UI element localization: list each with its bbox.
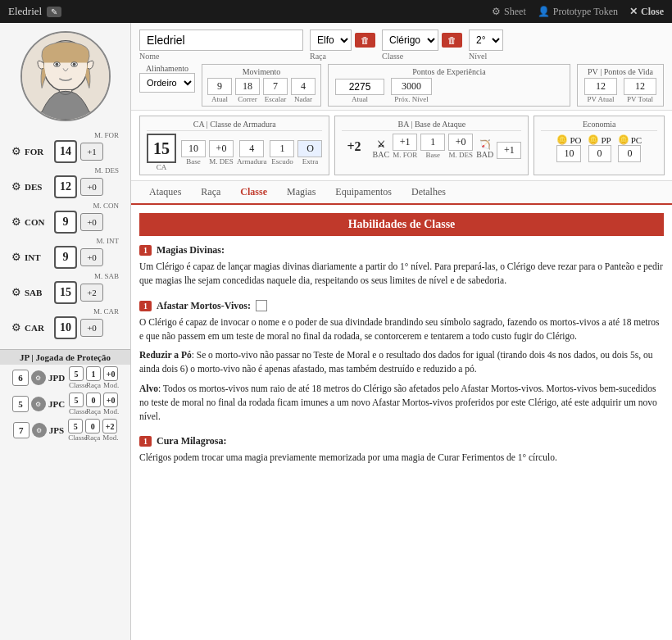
jpc-label: JPC	[48, 399, 65, 409]
tab-magias[interactable]: Magias	[277, 181, 325, 205]
afastar-checkbox[interactable]	[256, 300, 267, 311]
prototype-token-button[interactable]: 👤 Prototype Token	[538, 6, 618, 18]
jps-classe-label: Classe	[68, 433, 83, 442]
jpc-icon: ⚙	[31, 397, 46, 411]
int-label: INT	[25, 252, 51, 262]
mov-atual: 9 Atual	[207, 78, 232, 103]
ba-box: BA | Base de Ataque +2 ⚔ BAC +1 M. FOR	[334, 116, 529, 175]
tab-classe[interactable]: Classe	[230, 181, 277, 205]
ca-m-des: +0 M. DES	[209, 140, 234, 166]
afastar-alvo-text: Alvo: Todos os mortos-vivos num raio de …	[139, 382, 664, 424]
car-mod-label: M. CAR	[11, 307, 119, 315]
ability-afastar: 1 Afastar Mortos-Vivos: O Clérigo é capa…	[139, 300, 664, 424]
jpc-classe: 5	[69, 393, 84, 407]
tab-ataques[interactable]: Ataques	[139, 181, 191, 205]
jp-jpd-row: 6 ⚙ JPD 5 1 +0 Classe Raça Mod.	[7, 365, 123, 391]
magias-divinas-text: Um Clérigo é capaz de lançar magias divi…	[139, 260, 664, 288]
stat-int: ⚙ INT 9 +0	[11, 246, 119, 269]
jps-mod-label: Mod.	[102, 433, 117, 442]
tab-detalhes[interactable]: Detalhes	[402, 181, 456, 205]
stat-int-wrapper: M. INT ⚙ INT 9 +0	[7, 237, 124, 269]
jpc-raca-label: Raça	[86, 407, 101, 415]
bac-label: BAC	[373, 150, 390, 159]
car-mod: +0	[80, 319, 103, 337]
tab-equipamentos[interactable]: Equipamentos	[325, 181, 402, 205]
tab-raca[interactable]: Raça	[191, 181, 230, 205]
ca-base: 10 Base	[181, 140, 206, 166]
mov-correr: 18 Correr	[235, 78, 260, 103]
int-icon: ⚙	[11, 251, 21, 264]
name-input[interactable]	[139, 30, 303, 51]
xp-values: Atual 3000 Próx. Nível	[335, 78, 563, 103]
ca-components: 10 Base +0 M. DES 4 Armadura 1	[181, 140, 322, 166]
ba-m-for: +1 M. FOR	[393, 134, 417, 159]
attributes-block: M. FOR ⚙ FOR 14 +1 M. DES ⚙ DES 12 +0	[0, 129, 130, 344]
ability-magias-divinas: 1 Magias Divinas: Um Clérigo é capaz de …	[139, 244, 664, 288]
ba-bad: 🏹 BAD	[476, 139, 493, 159]
coin-po-icon: 🪙	[556, 134, 568, 145]
class-select[interactable]: Clérigo	[382, 30, 438, 51]
afastar-reducao-text: Reduzir a Pó: Se o morto-vivo não passar…	[139, 348, 664, 377]
topbar: Eledriel ✎ ⚙ Sheet 👤 Prototype Token ✕ C…	[0, 0, 672, 23]
con-label: CON	[25, 217, 51, 227]
stat-for: ⚙ FOR 14 +1	[11, 140, 119, 163]
info-boxes-row: CA | Classe de Armadura 15 CA 10 Base +0	[131, 111, 672, 181]
close-icon: ✕	[629, 6, 638, 18]
jps-label: JPS	[49, 425, 64, 435]
sidebar: M. FOR ⚙ FOR 14 +1 M. DES ⚙ DES 12 +0	[0, 23, 131, 640]
jpd-label: JPD	[48, 373, 65, 383]
char-top-row: Nome Elfo 🗑 Raça Clérig	[139, 30, 664, 61]
alvo-text: : Todos os mortos-vivos num raio de até …	[139, 384, 657, 422]
sab-value: 15	[54, 281, 77, 304]
alignment-select[interactable]: Ordeiro Neutro Caótico	[139, 73, 195, 93]
afastar-label: Afastar Mortos-Vivos:	[157, 300, 251, 312]
jpd-mod: +0	[103, 366, 118, 381]
eco-pp: 🪙 PP 0	[588, 134, 611, 162]
jpd-classe-label: Classe	[69, 381, 84, 389]
level-select[interactable]: 2°	[469, 30, 503, 51]
con-mod: +0	[80, 213, 103, 231]
jpc-mod-label: Mod.	[103, 407, 118, 415]
stat-des-wrapper: M. DES ⚙ DES 12 +0	[7, 166, 124, 198]
race-delete-button[interactable]: 🗑	[355, 33, 375, 48]
afastar-main-text: O Clérigo é capaz de invocar o nome e o …	[139, 315, 664, 344]
xp-atual-input[interactable]	[335, 79, 384, 95]
sheet-button[interactable]: ⚙ Sheet	[492, 6, 526, 18]
ca-extra: O Extra	[297, 140, 322, 166]
magias-divinas-label: Magias Divinas:	[157, 244, 225, 256]
race-select[interactable]: Elfo	[310, 30, 352, 51]
name-field: Nome	[139, 30, 303, 61]
class-delete-button[interactable]: 🗑	[442, 33, 462, 48]
economy-row: 🪙 PO 10 🪙 PP 0 🪙	[541, 134, 657, 162]
int-value: 9	[54, 246, 77, 269]
stat-sab: ⚙ SAB 15 +2	[11, 281, 119, 304]
jpd-icon: ⚙	[31, 370, 46, 385]
ability-cura: 1 Cura Milagrosa: Clérigos podem trocar …	[139, 435, 664, 465]
eco-po: 🪙 PO 10	[556, 134, 581, 162]
coin-pp-icon: 🪙	[588, 134, 599, 145]
car-label: CAR	[25, 323, 51, 333]
ca-armadura: 4 Armadura	[237, 140, 266, 166]
hp-values: 12 PV Atual 12 PV Total	[584, 78, 656, 103]
jpd-mod-label: Mod.	[103, 381, 118, 389]
sab-label: SAB	[25, 288, 51, 297]
jp-jps-row: 7 ⚙ JPS 5 0 +2 Classe Raça Mod.	[8, 417, 122, 443]
close-button[interactable]: ✕ Close	[629, 6, 664, 18]
jpd-raca: 1	[86, 366, 101, 381]
character-header: Nome Elfo 🗑 Raça Clérig	[131, 23, 672, 111]
for-value: 14	[54, 140, 77, 163]
car-icon: ⚙	[11, 321, 21, 334]
bad-label: BAD	[476, 150, 493, 159]
stat-car-wrapper: M. CAR ⚙ CAR 10 +0	[7, 307, 124, 339]
race-field: Elfo 🗑 Raça	[310, 30, 375, 61]
race-label: Raça	[310, 52, 375, 61]
xp-label: Pontos de Experiência	[335, 67, 563, 76]
ba-title: BA | Base de Ataque	[342, 120, 521, 131]
cura-text: Clérigos podem trocar uma magia previame…	[139, 451, 664, 465]
jpc-mod: +0	[103, 393, 118, 407]
stat-des: ⚙ DES 12 +0	[11, 175, 119, 198]
jps-icon: ⚙	[32, 423, 47, 438]
afastar-title: 1 Afastar Mortos-Vivos:	[139, 300, 664, 312]
pc-value: 0	[618, 145, 641, 162]
jps-classe: 5	[68, 419, 83, 433]
